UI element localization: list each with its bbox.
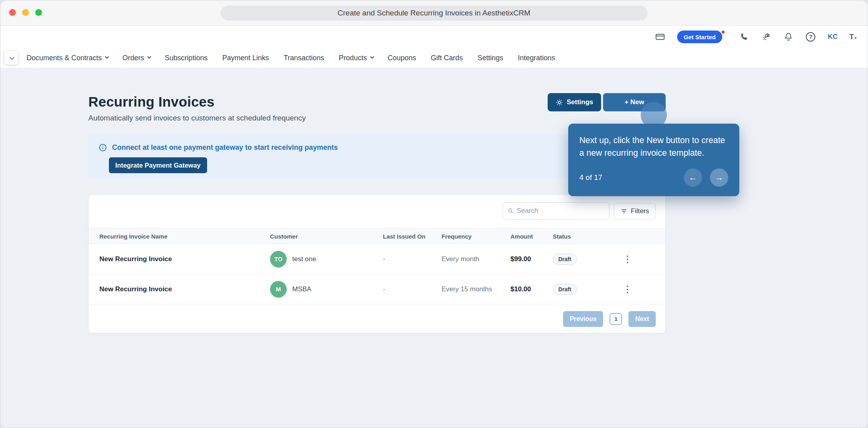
customer-avatar: TO [270, 251, 287, 268]
status-cell: Draft [553, 284, 600, 295]
status-badge: Draft [553, 254, 577, 265]
nav-item-integrations[interactable]: Integrations [518, 54, 555, 62]
user-avatar[interactable]: KC [828, 33, 838, 41]
chevron-down-icon [9, 55, 14, 60]
column-header: Frequency [442, 233, 510, 240]
gear-icon [556, 99, 563, 106]
last-issued-cell: - [383, 285, 442, 293]
tour-text: Next up, click the New button to create … [579, 134, 728, 160]
column-header: Customer [270, 233, 383, 240]
browser-window: Create and Schedule Recurring Invoices i… [0, 0, 868, 428]
close-button[interactable] [9, 9, 16, 16]
column-header: Amount [510, 233, 553, 240]
frequency-cell: Every month [442, 255, 510, 263]
nav-scroll-chevron[interactable] [4, 51, 18, 65]
actions-cell: ⋮ [600, 254, 655, 264]
filters-button-label: Filters [631, 207, 649, 215]
filter-icon [621, 208, 627, 215]
nav-item-subscriptions[interactable]: Subscriptions [165, 54, 207, 62]
table-row[interactable]: New Recurring Invoice M MSBA - Every 15 … [89, 274, 665, 304]
nav-item-products[interactable]: Products [339, 54, 373, 62]
customer-avatar: M [270, 281, 287, 298]
page-content: Recurring Invoices Automatically send in… [0, 68, 868, 428]
invoice-name: New Recurring Invoice [99, 255, 270, 263]
minimize-button[interactable] [22, 9, 29, 16]
search-box [503, 202, 609, 220]
text-glyph: T [849, 33, 854, 41]
traffic-lights [9, 9, 42, 16]
settings-button[interactable]: Settings [548, 93, 601, 111]
row-actions-menu-icon[interactable]: ⋮ [623, 285, 632, 294]
module-nav: Documents & Contracts Orders Subscriptio… [0, 48, 868, 68]
chevron-down-icon [105, 55, 109, 59]
column-header: Recurring Invoice Name [99, 233, 270, 240]
previous-page-button[interactable]: Previous [563, 311, 603, 327]
tour-tooltip: Next up, click the New button to create … [568, 124, 739, 196]
nav-item-transactions[interactable]: Transactions [284, 54, 324, 62]
banner-message: Connect at least one payment gateway to … [112, 143, 338, 152]
get-started-button[interactable]: Get Started [677, 31, 723, 43]
nav-item-gift-cards[interactable]: Gift Cards [431, 54, 463, 62]
page-header: Recurring Invoices Automatically send in… [88, 94, 306, 122]
customer-cell: M MSBA [270, 281, 383, 298]
nav-item-settings[interactable]: Settings [478, 54, 503, 62]
nav-label: Documents & Contracts [27, 54, 102, 62]
customer-name: MSBA [292, 285, 311, 293]
last-issued-cell: - [383, 255, 442, 263]
nav-item-payment-links[interactable]: Payment Links [222, 54, 269, 62]
bell-icon[interactable] [783, 32, 794, 42]
nav-item-coupons[interactable]: Coupons [388, 54, 416, 62]
nav-label: Transactions [284, 54, 324, 62]
next-page-button[interactable]: Next [628, 311, 656, 327]
frequency-cell: Every 15 months [442, 285, 510, 293]
customer-cell: TO test one [270, 251, 383, 268]
tour-step-counter: 4 of 17 [579, 173, 602, 182]
help-icon[interactable]: ? [805, 32, 816, 42]
amount-cell: $99.00 [510, 255, 553, 263]
nav-label: Integrations [518, 54, 555, 62]
row-actions-menu-icon[interactable]: ⋮ [623, 254, 632, 264]
phone-icon[interactable] [739, 32, 749, 42]
page-number[interactable]: 1 [610, 313, 622, 325]
info-icon [99, 143, 107, 152]
topbar-actions: Get Started ? KC T▾ [655, 26, 857, 48]
question-glyph: ? [806, 32, 815, 42]
search-input[interactable] [517, 207, 604, 215]
tour-previous-button[interactable]: ← [684, 168, 702, 187]
pagination: Previous 1 Next [89, 304, 665, 333]
nav-item-orders[interactable]: Orders [122, 54, 150, 62]
nav-label: Settings [478, 54, 503, 62]
filters-button[interactable]: Filters [614, 203, 656, 220]
page-title: Recurring Invoices [88, 94, 306, 110]
nav-item-documents-contracts[interactable]: Documents & Contracts [27, 54, 108, 62]
status-badge: Draft [553, 284, 577, 295]
nav-label: Products [339, 54, 367, 62]
nav-label: Gift Cards [431, 54, 463, 62]
nav-label: Coupons [388, 54, 416, 62]
recurring-invoices-card: Filters Recurring Invoice Name Customer … [88, 195, 666, 333]
text-tool-icon[interactable]: T▾ [849, 33, 857, 41]
app-topbar: Get Started ? KC T▾ [0, 26, 868, 48]
chevron-down-icon [147, 55, 151, 59]
caret-icon: ▾ [855, 36, 857, 40]
integrate-payment-gateway-button[interactable]: Integrate Payment Gateway [109, 157, 207, 173]
zoom-button[interactable] [35, 9, 42, 16]
nav-label: Subscriptions [165, 54, 207, 62]
invoice-name: New Recurring Invoice [99, 285, 270, 293]
column-header: Status [553, 233, 600, 240]
table-row[interactable]: New Recurring Invoice TO test one - Ever… [89, 244, 665, 274]
window-titlebar: Create and Schedule Recurring Invoices i… [0, 0, 868, 26]
actions-cell: ⋮ [600, 285, 655, 294]
tour-next-button[interactable]: → [710, 168, 728, 187]
window-title: Create and Schedule Recurring Invoices i… [221, 6, 647, 21]
rocket-icon[interactable] [761, 32, 771, 42]
table-header: Recurring Invoice Name Customer Last Iss… [89, 228, 665, 244]
notification-dot [721, 30, 725, 34]
chevron-down-icon [370, 55, 374, 59]
nav-label: Orders [122, 54, 144, 62]
search-icon [508, 207, 514, 214]
status-cell: Draft [553, 254, 600, 265]
page-subtitle: Automatically send invoices to customers… [88, 114, 306, 122]
column-header: Last Issued On [383, 233, 442, 240]
card-icon[interactable] [655, 32, 665, 42]
